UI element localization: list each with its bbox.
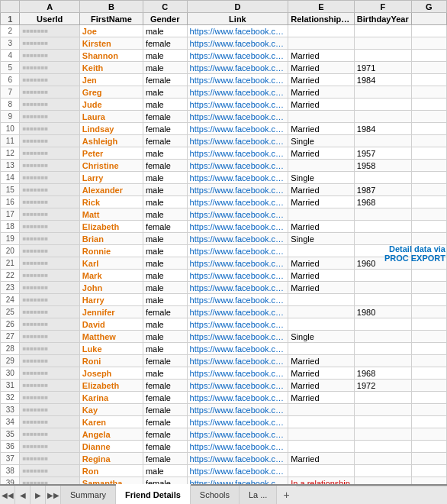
cell-link[interactable]: https://www.facebook.com/dian — [187, 441, 288, 453]
cell-relationship[interactable]: Married — [288, 184, 355, 196]
cell-link[interactable]: https://www.facebook.com/karin — [187, 392, 288, 404]
cell-firstname[interactable]: Jennifer — [79, 306, 143, 318]
cell-firstname[interactable]: Karl — [79, 257, 143, 270]
cell-relationship[interactable] — [288, 416, 355, 428]
cell-g[interactable] — [411, 123, 446, 135]
cell-birthday[interactable] — [354, 270, 411, 282]
cell-g[interactable] — [411, 86, 446, 99]
cell-firstname[interactable]: Rick — [79, 196, 143, 208]
cell-birthday[interactable] — [354, 465, 411, 477]
table-row[interactable]: 35■■■■■■■Angelafemalehttps://www.faceboo… — [1, 428, 447, 441]
col-letter-b[interactable]: B — [79, 1, 143, 13]
cell-userid[interactable]: ■■■■■■■ — [20, 355, 79, 367]
cell-link[interactable]: https://www.facebook.com/linds — [187, 123, 288, 135]
cell-link[interactable]: https://www.facebook.com/hjma — [187, 294, 288, 306]
cell-firstname[interactable]: Keith — [79, 62, 143, 74]
table-row[interactable]: 16■■■■■■■Rickmalehttps://www.facebook.co… — [1, 196, 447, 208]
cell-birthday[interactable] — [354, 233, 411, 245]
cell-firstname[interactable]: Karen — [79, 416, 143, 428]
cell-userid[interactable]: ■■■■■■■ — [20, 123, 79, 135]
cell-link[interactable]: https://www.facebook.com/karl. — [187, 257, 288, 270]
table-row[interactable]: 22■■■■■■■Markmalehttps://www.facebook.co… — [1, 270, 447, 282]
cell-relationship[interactable]: Single — [288, 135, 355, 147]
cell-link[interactable]: https://www.facebook.com/gral — [187, 86, 288, 99]
cell-userid[interactable]: ■■■■■■■ — [20, 331, 79, 343]
cell-link[interactable]: https://www.facebook.com/uppe — [187, 208, 288, 221]
cell-userid[interactable]: ■■■■■■■ — [20, 99, 79, 111]
cell-firstname[interactable]: Matthew — [79, 331, 143, 343]
cell-birthday[interactable] — [354, 331, 411, 343]
cell-birthday[interactable] — [354, 221, 411, 233]
cell-link[interactable]: https://www.facebook.com/davi — [187, 318, 288, 331]
cell-userid[interactable]: ■■■■■■■ — [20, 111, 79, 123]
cell-g[interactable] — [411, 392, 446, 404]
cell-relationship[interactable]: Married — [288, 270, 355, 282]
cell-link[interactable]: https://www.facebook.com/ronn — [187, 245, 288, 257]
col-letter-f[interactable]: F — [354, 1, 411, 13]
table-row[interactable]: 29■■■■■■■Ronifemalehttps://www.facebook.… — [1, 355, 447, 367]
cell-firstname[interactable]: John — [79, 282, 143, 294]
cell-userid[interactable]: ■■■■■■■ — [20, 380, 79, 392]
cell-relationship[interactable]: Married — [288, 453, 355, 465]
cell-birthday[interactable]: 1971 — [354, 62, 411, 74]
cell-relationship[interactable] — [288, 245, 355, 257]
cell-firstname[interactable]: David — [79, 318, 143, 331]
cell-relationship[interactable]: Married — [288, 74, 355, 86]
cell-gender[interactable]: male — [143, 233, 187, 245]
col-letter-c[interactable]: C — [143, 1, 187, 13]
table-row[interactable]: 7■■■■■■■Gregmalehttps://www.facebook.com… — [1, 86, 447, 99]
cell-userid[interactable]: ■■■■■■■ — [20, 50, 79, 62]
cell-relationship[interactable]: Married — [288, 196, 355, 208]
cell-gender[interactable]: female — [143, 380, 187, 392]
table-row[interactable]: 18■■■■■■■Elizabethfemalehttps://www.face… — [1, 221, 447, 233]
cell-gender[interactable]: female — [143, 221, 187, 233]
cell-userid[interactable]: ■■■■■■■ — [20, 404, 79, 416]
cell-relationship[interactable] — [288, 208, 355, 221]
cell-g[interactable] — [411, 318, 446, 331]
cell-firstname[interactable]: Elizabeth — [79, 380, 143, 392]
cell-birthday[interactable] — [354, 453, 411, 465]
cell-relationship[interactable] — [288, 343, 355, 355]
cell-g[interactable] — [411, 453, 446, 465]
cell-relationship[interactable] — [288, 294, 355, 306]
cell-gender[interactable]: female — [143, 74, 187, 86]
cell-firstname[interactable]: Jude — [79, 99, 143, 111]
cell-gender[interactable]: male — [143, 257, 187, 270]
cell-gender[interactable]: female — [143, 428, 187, 441]
tab-summary[interactable]: Summary — [61, 486, 116, 504]
tab-nav-forward[interactable]: ▶ — [31, 486, 46, 504]
cell-g[interactable] — [411, 306, 446, 318]
cell-userid[interactable]: ■■■■■■■ — [20, 477, 79, 485]
table-row[interactable]: 9■■■■■■■Laurafemalehttps://www.facebook.… — [1, 111, 447, 123]
cell-link[interactable]: https://www.facebook.com/kay.o — [187, 404, 288, 416]
cell-userid[interactable]: ■■■■■■■ — [20, 37, 79, 50]
cell-g[interactable] — [411, 37, 446, 50]
cell-firstname[interactable]: Alexander — [79, 184, 143, 196]
tab-friend-details[interactable]: Friend Details — [116, 484, 191, 504]
table-row[interactable]: 28■■■■■■■Lukemalehttps://www.facebook.co… — [1, 343, 447, 355]
cell-g[interactable] — [411, 135, 446, 147]
cell-link[interactable]: https://www.facebook.com/jen.y — [187, 74, 288, 86]
cell-firstname[interactable]: Larry — [79, 172, 143, 184]
cell-g[interactable] — [411, 233, 446, 245]
cell-relationship[interactable] — [288, 441, 355, 453]
cell-userid[interactable]: ■■■■■■■ — [20, 135, 79, 147]
cell-gender[interactable]: male — [143, 62, 187, 74]
cell-g[interactable] — [411, 367, 446, 380]
cell-userid[interactable]: ■■■■■■■ — [20, 294, 79, 306]
table-row[interactable]: 12■■■■■■■Petermalehttps://www.facebook.c… — [1, 147, 447, 160]
cell-firstname[interactable]: Ron — [79, 465, 143, 477]
cell-firstname[interactable]: Roni — [79, 355, 143, 367]
cell-birthday[interactable]: 1968 — [354, 367, 411, 380]
table-row[interactable]: 31■■■■■■■Elizabethfemalehttps://www.face… — [1, 380, 447, 392]
cell-g[interactable] — [411, 270, 446, 282]
cell-birthday[interactable]: 1957 — [354, 147, 411, 160]
cell-firstname[interactable]: Ashleigh — [79, 135, 143, 147]
cell-gender[interactable]: female — [143, 37, 187, 50]
table-row[interactable]: 10■■■■■■■Lindsayfemalehttps://www.facebo… — [1, 123, 447, 135]
cell-link[interactable]: https://www.facebook.com/blue — [187, 233, 288, 245]
cell-birthday[interactable] — [354, 135, 411, 147]
cell-gender[interactable]: female — [143, 453, 187, 465]
cell-relationship[interactable] — [288, 25, 355, 37]
cell-userid[interactable]: ■■■■■■■ — [20, 86, 79, 99]
